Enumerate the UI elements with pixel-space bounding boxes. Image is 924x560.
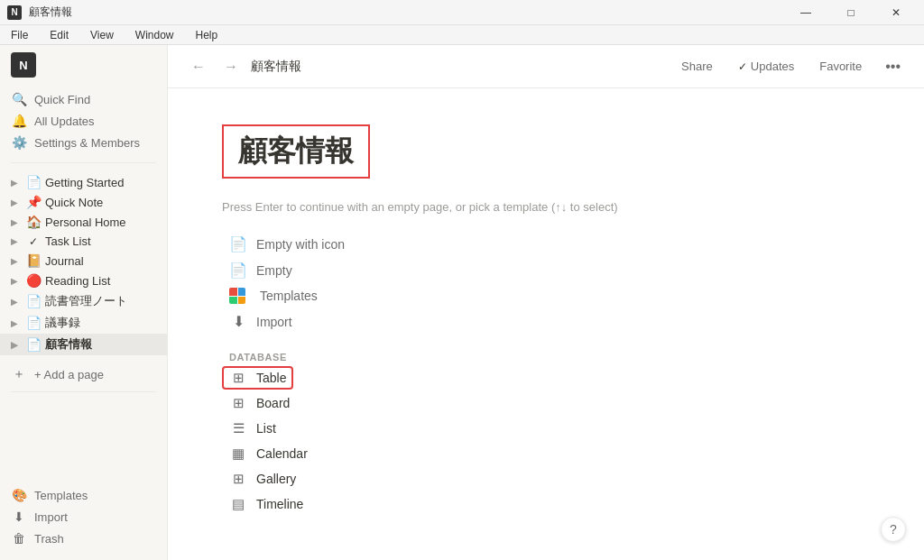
all-updates-label: All Updates xyxy=(34,115,94,128)
settings-label: Settings & Members xyxy=(34,136,140,150)
page-icon: 📄 xyxy=(25,175,42,189)
db-option-table[interactable]: ⊞ Table xyxy=(222,366,293,390)
top-bar-right: Share ✓ Updates Favorite ••• xyxy=(674,56,906,77)
empty-label: Empty xyxy=(256,263,292,278)
window-title: 顧客情報 xyxy=(29,5,72,20)
database-section-label: DATABASE xyxy=(222,352,870,363)
kokyaku-label: 顧客情報 xyxy=(45,336,162,353)
empty-with-icon-label: Empty with icon xyxy=(256,237,345,252)
page-title: 顧客情報 xyxy=(238,132,354,171)
import-label: Import xyxy=(34,510,68,524)
db-option-list[interactable]: ☰ List xyxy=(222,417,283,440)
sidebar-item-getting-started[interactable]: ▶ 📄 Getting Started xyxy=(0,172,167,192)
board-label: Board xyxy=(256,396,290,410)
sidebar-trash[interactable]: 🗑 Trash xyxy=(0,528,167,549)
templates-option-label: Templates xyxy=(260,289,318,303)
bell-icon: 🔔 xyxy=(11,114,27,128)
minimize-button[interactable]: — xyxy=(785,0,827,25)
table-label: Table xyxy=(256,371,286,385)
favorite-button[interactable]: Favorite xyxy=(812,56,869,77)
sidebar-item-reading-list[interactable]: ▶ 🔴 Reading List xyxy=(0,271,167,290)
sidebar-settings[interactable]: ⚙️ Settings & Members xyxy=(0,132,167,153)
page-hint: Press Enter to continue with an empty pa… xyxy=(222,200,870,214)
app-icon: N xyxy=(7,5,22,20)
import-icon: ⬇ xyxy=(11,510,27,524)
title-bar-left: N 顧客情報 xyxy=(7,5,72,20)
menu-window[interactable]: Window xyxy=(132,27,178,43)
getting-started-label: Getting Started xyxy=(45,176,162,189)
sidebar-import[interactable]: ⬇ Import xyxy=(0,506,167,528)
option-import[interactable]: ⬇ Import xyxy=(222,309,300,334)
gijiroku-label: 議事録 xyxy=(45,315,162,331)
sidebar-item-personal-home[interactable]: ▶ 🏠 Personal Home xyxy=(0,212,167,232)
menu-help[interactable]: Help xyxy=(192,27,222,43)
sidebar-item-quick-note[interactable]: ▶ 📌 Quick Note xyxy=(0,192,167,212)
sidebar-item-dokusho[interactable]: ▶ 📄 読書管理ノート xyxy=(0,290,167,312)
gear-icon: ⚙️ xyxy=(11,135,27,150)
arrow-icon: ▶ xyxy=(7,297,22,307)
pin-icon: 📌 xyxy=(25,195,42,209)
workspace-icon: N xyxy=(11,52,36,78)
forward-button[interactable]: → xyxy=(218,57,244,77)
db-option-timeline[interactable]: ▤ Timeline xyxy=(222,492,310,516)
sidebar-quick-find[interactable]: 🔍 Quick Find xyxy=(0,88,167,110)
page-content: 顧客情報 Press Enter to continue with an emp… xyxy=(168,88,924,560)
menu-bar: File Edit View Window Help xyxy=(0,25,924,45)
checkmark-icon: ✓ xyxy=(738,60,747,73)
sidebar-item-gijiroku[interactable]: ▶ 📄 議事録 xyxy=(0,312,167,334)
personal-home-label: Personal Home xyxy=(45,216,162,229)
menu-file[interactable]: File xyxy=(7,27,32,43)
journal-label: Journal xyxy=(45,254,162,268)
window-controls: — □ ✕ xyxy=(785,0,917,25)
trash-icon: 🗑 xyxy=(11,531,27,546)
dokusho-label: 読書管理ノート xyxy=(45,293,162,309)
plus-icon: ＋ xyxy=(11,366,27,382)
sidebar-templates[interactable]: 🎨 Templates xyxy=(0,484,167,506)
arrow-icon: ▶ xyxy=(7,178,22,188)
workspace-header[interactable]: N xyxy=(0,45,167,85)
more-button[interactable]: ••• xyxy=(880,57,906,77)
reading-icon: 🔴 xyxy=(25,273,42,288)
home-icon: 🏠 xyxy=(25,215,42,229)
journal-icon: 📔 xyxy=(25,253,42,268)
option-templates[interactable]: Templates xyxy=(222,284,325,308)
add-page-label: + Add a page xyxy=(34,368,104,381)
arrow-icon: ▶ xyxy=(7,318,22,328)
empty-icon: 📄 xyxy=(229,262,247,279)
quick-note-label: Quick Note xyxy=(45,196,162,209)
sidebar-item-task-list[interactable]: ▶ ✓ Task List xyxy=(0,232,167,251)
menu-edit[interactable]: Edit xyxy=(46,27,72,43)
menu-view[interactable]: View xyxy=(87,27,117,43)
db-option-gallery[interactable]: ⊞ Gallery xyxy=(222,467,303,491)
option-empty[interactable]: 📄 Empty xyxy=(222,258,300,282)
templates-label: Templates xyxy=(34,489,88,502)
breadcrumb: 顧客情報 xyxy=(251,59,301,75)
back-button[interactable]: ← xyxy=(186,57,211,77)
share-button[interactable]: Share xyxy=(674,56,720,77)
kokyaku-icon: 📄 xyxy=(25,337,42,352)
timeline-icon: ▤ xyxy=(229,496,247,512)
sidebar-bottom: 🎨 Templates ⬇ Import 🗑 Trash xyxy=(0,481,167,553)
list-icon: ☰ xyxy=(229,420,247,436)
arrow-icon: ▶ xyxy=(7,217,22,227)
reading-list-label: Reading List xyxy=(45,274,162,288)
list-label: List xyxy=(256,421,276,436)
option-empty-with-icon[interactable]: 📄 Empty with icon xyxy=(222,232,352,256)
db-option-calendar[interactable]: ▦ Calendar xyxy=(222,442,315,465)
help-button[interactable]: ? xyxy=(881,517,906,542)
add-page-button[interactable]: ＋ + Add a page xyxy=(0,363,167,386)
sidebar-item-kokyaku[interactable]: ▶ 📄 顧客情報 xyxy=(0,334,167,355)
sidebar-item-journal[interactable]: ▶ 📔 Journal xyxy=(0,251,167,271)
note-icon: 📄 xyxy=(25,294,42,308)
title-bar: N 顧客情報 — □ ✕ xyxy=(0,0,924,25)
empty-with-icon-icon: 📄 xyxy=(229,235,247,252)
maximize-button[interactable]: □ xyxy=(830,0,872,25)
sidebar-all-updates[interactable]: 🔔 All Updates xyxy=(0,110,167,132)
table-icon: ⊞ xyxy=(229,370,247,386)
close-button[interactable]: ✕ xyxy=(875,0,917,25)
task-list-label: Task List xyxy=(45,234,162,248)
db-option-board[interactable]: ⊞ Board xyxy=(222,391,297,415)
updates-button[interactable]: ✓ Updates xyxy=(731,56,801,77)
search-icon: 🔍 xyxy=(11,92,27,106)
arrow-icon: ▶ xyxy=(7,256,22,266)
